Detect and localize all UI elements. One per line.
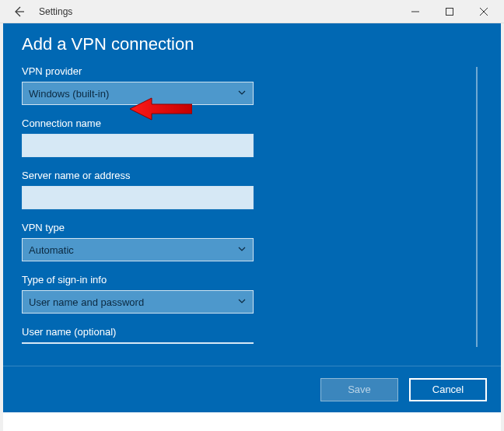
signin-type-value: User name and password (29, 296, 144, 308)
chevron-down-icon (237, 296, 247, 307)
titlebar: Settings (0, 0, 504, 23)
form-area: VPN provider Windows (built-in) Connecti… (22, 65, 482, 366)
username-input[interactable] (22, 342, 254, 344)
label-vpn-type: VPN type (22, 222, 286, 233)
vpn-panel: Add a VPN connection VPN provider Window… (3, 23, 501, 412)
save-button[interactable]: Save (320, 378, 398, 401)
field-vpn-provider: VPN provider Windows (built-in) (22, 65, 286, 105)
chevron-down-icon (237, 88, 247, 99)
page-title: Add a VPN connection (22, 34, 482, 54)
window-controls (398, 1, 501, 23)
chevron-down-icon (237, 244, 247, 255)
scrollbar[interactable] (476, 67, 478, 347)
field-username: User name (optional) (22, 326, 286, 344)
window-title: Settings (39, 6, 398, 17)
connection-name-input[interactable] (22, 134, 254, 157)
vpn-type-value: Automatic (29, 244, 74, 256)
vpn-provider-value: Windows (built-in) (29, 88, 109, 100)
vpn-type-dropdown[interactable]: Automatic (22, 238, 254, 261)
field-vpn-type: VPN type Automatic (22, 222, 286, 261)
field-connection-name: Connection name (22, 117, 286, 157)
back-button[interactable] (3, 1, 34, 23)
close-button[interactable] (467, 1, 501, 23)
field-server-address: Server name or address (22, 170, 286, 209)
minimize-button[interactable] (398, 1, 432, 23)
vpn-provider-dropdown[interactable]: Windows (built-in) (22, 82, 254, 105)
arrow-left-icon (12, 5, 25, 18)
label-connection-name: Connection name (22, 117, 286, 129)
label-vpn-provider: VPN provider (22, 65, 286, 77)
maximize-button[interactable] (432, 1, 467, 23)
cancel-button[interactable]: Cancel (409, 378, 487, 401)
server-address-input[interactable] (22, 186, 254, 209)
field-signin-type: Type of sign-in info User name and passw… (22, 274, 286, 314)
svg-rect-1 (446, 8, 453, 15)
bottom-strip (3, 412, 501, 431)
label-server-address: Server name or address (22, 170, 286, 181)
signin-type-dropdown[interactable]: User name and password (22, 290, 254, 314)
label-username: User name (optional) (22, 326, 286, 338)
footer: Save Cancel (3, 366, 501, 412)
label-signin-type: Type of sign-in info (22, 274, 286, 286)
